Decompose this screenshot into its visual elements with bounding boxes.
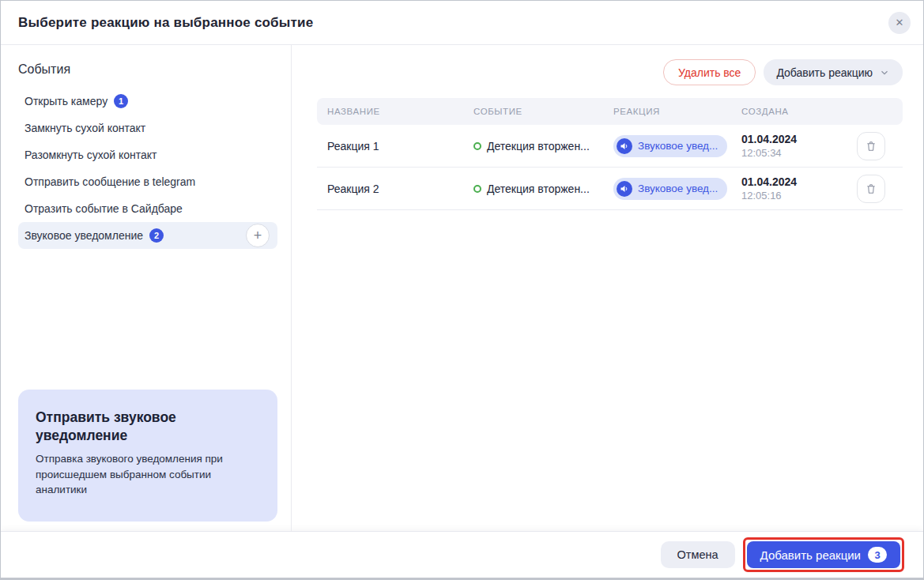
reactions-table: НАЗВАНИЕ СОБЫТИЕ РЕАКЦИЯ СОЗДАНА Реакция…	[317, 98, 903, 210]
info-box-title: Отправить звуковое уведомление	[36, 409, 260, 445]
column-header-reaction: РЕАКЦИЯ	[613, 107, 741, 116]
table-row: Реакция 1 Детекция вторжен... Звуковое у…	[317, 125, 903, 168]
column-header-event: СОБЫТИЕ	[473, 107, 613, 116]
chevron-down-icon	[879, 67, 890, 78]
trash-icon	[865, 140, 877, 153]
event-item-label: Замкнуть сухой контакт	[25, 122, 145, 134]
reaction-tag: Звуковое увед...	[613, 135, 727, 157]
reaction-tag-label: Звуковое увед...	[638, 183, 718, 194]
add-reaction-plus-button[interactable]: +	[246, 224, 270, 247]
highlight-annotation-box: Добавить реакции 3	[743, 537, 904, 572]
created-at: 01.04.2024 12:05:34	[741, 133, 857, 159]
column-header-created: СОЗДАНА	[741, 107, 857, 116]
event-item-label: Отправить сообщение в telegram	[25, 175, 195, 188]
reaction-name: Реакция 2	[327, 183, 473, 195]
dialog-title: Выберите реакцию на выбранное событие	[18, 15, 313, 31]
table-header-row: НАЗВАНИЕ СОБЫТИЕ РЕАКЦИЯ СОЗДАНА	[317, 98, 903, 125]
event-item-label: Звуковое уведомление	[25, 229, 143, 242]
dialog-footer: Отмена Добавить реакции 3	[1, 531, 923, 578]
created-date: 01.04.2024	[741, 175, 857, 188]
event-item-label: Открыть камеру	[25, 95, 107, 107]
delete-row-button[interactable]	[857, 132, 885, 160]
event-item-label: Разомкнуть сухой контакт	[25, 149, 157, 161]
add-reactions-submit-button[interactable]: Добавить реакции 3	[747, 541, 900, 568]
cancel-button[interactable]: Отмена	[661, 541, 735, 568]
reactions-panel: Удалить все Добавить реакцию НАЗВАНИЕ СО…	[292, 45, 923, 531]
events-panel: События Открыть камеру 1 Замкнуть сухой …	[1, 45, 292, 531]
count-badge: 2	[149, 228, 164, 243]
created-time: 12:05:34	[741, 147, 857, 159]
event-name: Детекция вторжен...	[487, 140, 590, 153]
add-reaction-dropdown-button[interactable]: Добавить реакцию	[764, 59, 903, 85]
reaction-tag: Звуковое увед...	[613, 178, 727, 200]
reactions-toolbar: Удалить все Добавить реакцию	[317, 59, 903, 85]
event-name: Детекция вторжен...	[487, 183, 590, 195]
close-icon: ✕	[896, 17, 904, 28]
event-list: Открыть камеру 1 Замкнуть сухой контакт …	[18, 88, 277, 249]
created-time: 12:05:16	[741, 190, 857, 201]
dialog-body: События Открыть камеру 1 Замкнуть сухой …	[1, 45, 923, 531]
speaker-icon	[617, 138, 632, 154]
event-item-label: Отразить событие в Сайдбаре	[25, 202, 183, 215]
reaction-dialog: Выберите реакцию на выбранное событие ✕ …	[0, 0, 924, 580]
created-date: 01.04.2024	[741, 133, 857, 145]
table-row: Реакция 2 Детекция вторжен... Звуковое у…	[317, 168, 903, 210]
event-item-close-dry-contact[interactable]: Замкнуть сухой контакт	[18, 115, 277, 141]
event-item-open-dry-contact[interactable]: Разомкнуть сухой контакт	[18, 141, 277, 168]
delete-row-button[interactable]	[857, 175, 885, 203]
event-item-open-camera[interactable]: Открыть камеру 1	[18, 88, 277, 115]
info-box-description: Отправка звукового уведомления при проис…	[36, 451, 260, 498]
submit-count-badge: 3	[868, 547, 887, 563]
speaker-icon	[617, 181, 632, 197]
reaction-name: Реакция 1	[327, 140, 473, 153]
event-item-sound-notification[interactable]: Звуковое уведомление 2 +	[18, 222, 277, 249]
event-item-telegram-message[interactable]: Отправить сообщение в telegram	[18, 168, 277, 195]
trash-icon	[865, 183, 877, 195]
delete-all-button[interactable]: Удалить все	[663, 59, 756, 85]
column-header-name: НАЗВАНИЕ	[327, 107, 473, 116]
submit-button-label: Добавить реакции	[760, 548, 861, 562]
plus-icon: +	[254, 228, 262, 243]
close-button[interactable]: ✕	[888, 12, 911, 34]
event-info-box: Отправить звуковое уведомление Отправка …	[18, 390, 277, 522]
dialog-header: Выберите реакцию на выбранное событие ✕	[1, 1, 923, 45]
event-item-sidebar-event[interactable]: Отразить событие в Сайдбаре	[18, 195, 277, 222]
events-heading: События	[18, 62, 277, 77]
event-status-icon	[473, 185, 481, 193]
reaction-tag-label: Звуковое увед...	[638, 140, 718, 152]
count-badge: 1	[114, 94, 128, 108]
event-status-icon	[473, 142, 481, 150]
add-reaction-dropdown-label: Добавить реакцию	[776, 66, 873, 79]
created-at: 01.04.2024 12:05:16	[741, 175, 857, 201]
